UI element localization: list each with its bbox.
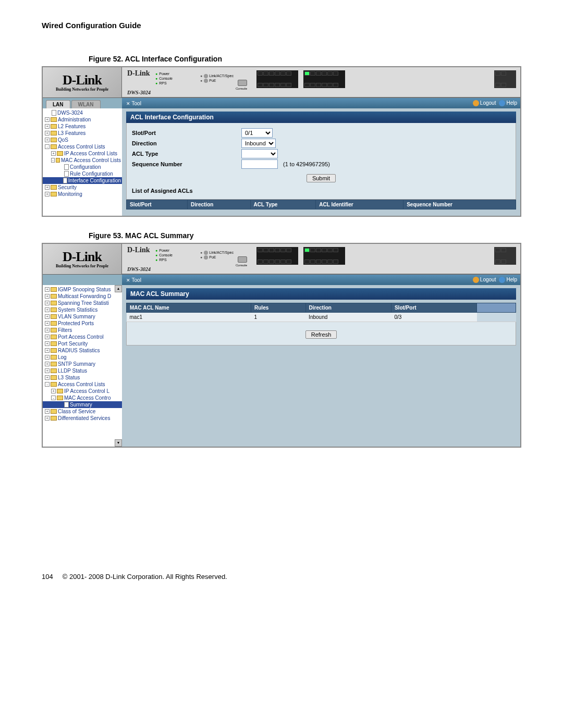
tree-item[interactable]: +IGMP Snooping Status	[43, 286, 122, 293]
tree-item[interactable]: +IP Access Control Lists	[43, 150, 122, 157]
collapse-icon[interactable]: -	[51, 396, 56, 400]
collapse-icon[interactable]: -	[45, 382, 50, 387]
tree-item[interactable]: -Access Control Lists	[43, 381, 122, 388]
scroll-down-icon[interactable]: ▾	[115, 439, 122, 447]
tree-item[interactable]: +IP Access Control L	[43, 388, 122, 394]
acltype-select[interactable]	[241, 149, 278, 158]
tree-item[interactable]: Summary	[43, 401, 122, 408]
tree-item[interactable]: +L3 Status	[43, 374, 122, 381]
slotport-select[interactable]: 0/1	[241, 128, 273, 138]
tree-item[interactable]: +Port Access Control	[43, 334, 122, 340]
tree-item[interactable]: +Administration	[43, 116, 122, 123]
tree-item[interactable]: -Access Control Lists	[43, 143, 122, 150]
tree-item[interactable]: +Multicast Forwarding D	[43, 293, 122, 300]
port-block-1	[256, 70, 298, 88]
tree-item[interactable]: +Filters	[43, 327, 122, 334]
tree-item[interactable]: +LLDP Status	[43, 367, 122, 374]
expand-icon[interactable]: +	[51, 389, 56, 393]
expand-icon[interactable]: +	[45, 355, 50, 360]
refresh-button[interactable]: Refresh	[305, 330, 337, 339]
tool-menu[interactable]: Tool	[126, 277, 141, 283]
expand-icon[interactable]: +	[45, 192, 50, 196]
tree-item[interactable]: +Class of Service	[43, 408, 122, 415]
expand-icon[interactable]: +	[45, 294, 50, 299]
expand-icon[interactable]: +	[45, 314, 50, 319]
tree-item[interactable]: +Differentiated Services	[43, 415, 122, 422]
folder-icon	[51, 321, 57, 326]
tree-item[interactable]: +L2 Features	[43, 123, 122, 130]
tree-item[interactable]: +Spanning Tree Statisti	[43, 300, 122, 306]
tree-item[interactable]: -MAC Access Control Lists	[43, 157, 122, 164]
tree-item-label: Protected Ports	[58, 320, 94, 326]
expand-icon[interactable]: +	[45, 409, 50, 414]
tree-item[interactable]: +QoS	[43, 137, 122, 143]
help-button[interactable]: Help	[499, 100, 517, 106]
logout-icon	[473, 100, 479, 106]
logout-label: Logout	[480, 100, 496, 106]
page-icon	[64, 402, 69, 408]
tree-item[interactable]: +L3 Features	[43, 130, 122, 137]
tree-item[interactable]: +Monitoring	[43, 191, 122, 198]
device-image-bar: D-Link DWS-3024 Power Console RPS Link/A…	[122, 244, 520, 274]
led-rps: RPS	[155, 257, 173, 262]
tab-wlan[interactable]: WLAN	[71, 100, 101, 108]
tab-lan[interactable]: LAN	[46, 100, 70, 108]
scroll-up-icon[interactable]: ▴	[115, 285, 122, 292]
expand-icon[interactable]: +	[45, 117, 50, 122]
expand-icon[interactable]: +	[45, 287, 50, 292]
tree-item[interactable]: -MAC Access Contro	[43, 394, 122, 401]
collapse-icon[interactable]: -	[45, 144, 50, 149]
expand-icon[interactable]: +	[45, 335, 50, 339]
expand-icon[interactable]: +	[45, 362, 50, 366]
tree-item[interactable]: Configuration	[43, 164, 122, 170]
nav-tree[interactable]: +IGMP Snooping Status+Multicast Forwardi…	[43, 285, 122, 447]
expand-icon[interactable]: +	[51, 151, 56, 156]
logout-button[interactable]: Logout	[473, 277, 496, 283]
folder-icon	[51, 307, 57, 312]
expand-icon[interactable]: +	[45, 124, 50, 129]
tree-item[interactable]: +VLAN Summary	[43, 313, 122, 320]
direction-select[interactable]: Inbound	[241, 139, 276, 148]
expand-icon[interactable]: +	[45, 368, 50, 373]
expand-icon[interactable]: +	[45, 375, 50, 380]
assigned-acls-heading: List of Assigned ACLs	[132, 184, 510, 195]
tool-menu[interactable]: Tool	[126, 101, 141, 106]
tree-item-label: Interface Configuration	[68, 178, 121, 183]
expand-icon[interactable]: +	[45, 185, 50, 190]
col-macname: MAC ACL Name	[127, 303, 251, 313]
expand-icon[interactable]: +	[45, 321, 50, 326]
nav-tree[interactable]: DWS-3024+Administration+L2 Features+L3 F…	[43, 108, 122, 216]
expand-icon[interactable]: +	[45, 416, 50, 421]
cell-rules: 1	[251, 313, 306, 322]
slotport-label: Slot/Port	[132, 130, 241, 136]
tree-item[interactable]: +Port Security	[43, 340, 122, 347]
tree-item[interactable]: +Security	[43, 184, 122, 191]
folder-icon	[56, 158, 60, 163]
expand-icon[interactable]: +	[45, 328, 50, 332]
expand-icon[interactable]: +	[45, 307, 50, 312]
tree-item[interactable]: +RADIUS Statistics	[43, 347, 122, 354]
submit-button[interactable]: Submit	[307, 174, 336, 182]
sequence-input[interactable]	[241, 159, 278, 169]
page-icon	[64, 171, 69, 177]
brand-tagline: Building Networks for People	[46, 87, 118, 92]
tree-item[interactable]: +Log	[43, 354, 122, 361]
tree-item[interactable]: +System Statistics	[43, 306, 122, 313]
brand-logo-panel: D-Link Building Networks for People	[43, 67, 122, 97]
logout-button[interactable]: Logout	[473, 100, 496, 106]
collapse-icon[interactable]: -	[51, 158, 55, 163]
tree-item-label: MAC Access Contro	[64, 395, 111, 401]
tree-item-label: Class of Service	[58, 409, 95, 414]
tree-item[interactable]: Rule Configuration	[43, 170, 122, 177]
led-link: Link/ACT/Spec	[209, 251, 234, 254]
tree-item[interactable]: +SNTP Summary	[43, 361, 122, 367]
expand-icon[interactable]: +	[45, 301, 50, 305]
expand-icon[interactable]: +	[45, 138, 50, 142]
expand-icon[interactable]: +	[45, 131, 50, 135]
tree-item[interactable]: +Protected Ports	[43, 320, 122, 327]
tree-item[interactable]: Interface Configuration	[43, 177, 122, 184]
expand-icon[interactable]: +	[45, 348, 50, 353]
expand-icon[interactable]: +	[45, 341, 50, 346]
tree-item[interactable]: DWS-3024	[43, 109, 122, 116]
help-button[interactable]: Help	[499, 277, 517, 283]
